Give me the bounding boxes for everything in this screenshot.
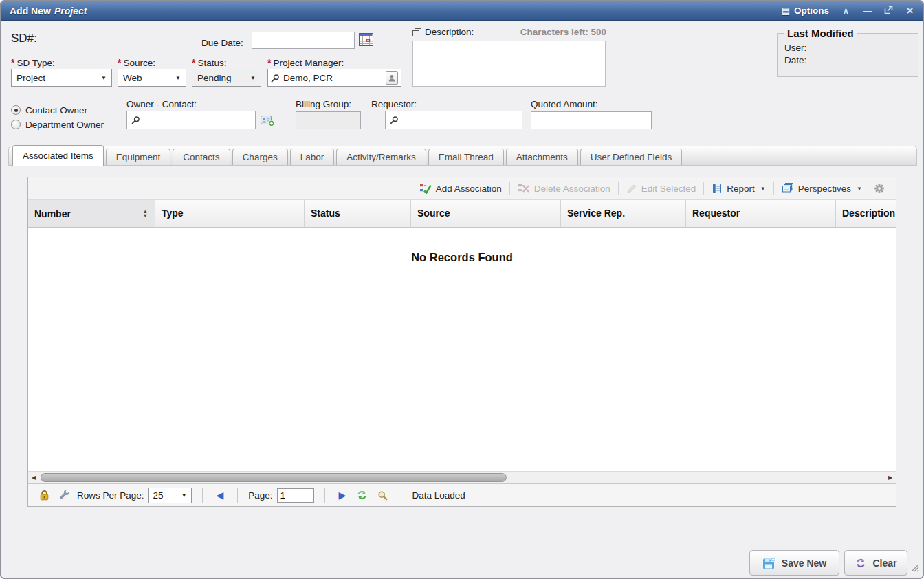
perspectives-button[interactable]: Perspectives ▼ <box>776 183 868 194</box>
grid-body: No Records Found <box>28 228 896 471</box>
department-owner-label: Department Owner <box>25 120 104 130</box>
save-icon <box>762 556 776 570</box>
sd-type-label: *SD Type: <box>11 57 55 68</box>
lock-icon[interactable] <box>39 490 50 501</box>
status-select[interactable]: Pending▼ <box>192 69 261 87</box>
report-icon <box>712 183 723 194</box>
clear-button[interactable]: Clear <box>844 550 908 576</box>
billing-group-label: Billing Group: <box>296 99 351 109</box>
scroll-right-icon[interactable]: ▶ <box>885 474 896 481</box>
column-header-number[interactable]: Number ▲▼ <box>28 200 155 227</box>
requestor-value[interactable] <box>402 114 518 126</box>
tab-email-thread[interactable]: Email Thread <box>428 149 504 165</box>
save-new-button[interactable]: Save New <box>749 550 839 576</box>
toolbar-separator <box>618 182 619 195</box>
sort-icon[interactable]: ▲▼ <box>143 210 148 217</box>
options-label: Options <box>794 6 829 16</box>
footer-divider <box>1 545 923 545</box>
pager-separator <box>401 488 402 503</box>
scrollbar-thumb[interactable] <box>41 473 507 482</box>
tab-contacts[interactable]: Contacts <box>173 149 230 165</box>
add-association-button[interactable]: Add Association <box>413 183 508 194</box>
radio-unselected-icon <box>11 120 21 129</box>
page-number-input[interactable] <box>277 488 314 503</box>
column-header-description[interactable]: Description <box>836 200 896 227</box>
pager-status: Data Loaded <box>412 490 465 501</box>
tab-strip: Associated Items Equipment Contacts Char… <box>8 146 917 166</box>
owner-contact-value[interactable] <box>144 114 251 126</box>
collapse-icon[interactable]: ∧ <box>842 7 850 15</box>
column-header-requestor[interactable]: Requestor <box>686 200 836 227</box>
next-page-icon[interactable]: ▶ <box>339 490 346 500</box>
select-manager-icon[interactable] <box>386 71 398 85</box>
scroll-left-icon[interactable]: ◀ <box>28 474 39 481</box>
sd-type-select[interactable]: Project▼ <box>11 69 112 87</box>
gear-icon[interactable] <box>874 183 885 194</box>
options-menu-icon: ▤ <box>782 6 790 16</box>
resize-grip[interactable] <box>910 562 919 575</box>
project-manager-value: Demo, PCR <box>283 73 382 83</box>
chevron-down-icon: ▼ <box>182 492 187 499</box>
project-manager-lookup[interactable]: Demo, PCR <box>267 69 402 87</box>
tab-charges[interactable]: Charges <box>232 149 288 165</box>
horizontal-scrollbar[interactable]: ◀ ▶ <box>28 471 896 483</box>
quoted-amount-label: Quoted Amount: <box>531 99 598 109</box>
chevron-down-icon: ▼ <box>101 75 107 81</box>
tab-equipment[interactable]: Equipment <box>106 149 171 165</box>
column-header-status[interactable]: Status <box>305 200 411 227</box>
minimize-icon[interactable]: — <box>863 7 872 15</box>
tab-labor[interactable]: Labor <box>290 149 335 165</box>
requestor-lookup[interactable] <box>385 111 522 129</box>
prev-page-icon[interactable]: ◀ <box>217 490 224 500</box>
delete-association-icon <box>518 183 530 194</box>
description-header: Description: Characters left: 500 <box>412 27 606 37</box>
column-header-service-rep[interactable]: Service Rep. <box>561 200 686 227</box>
column-header-source[interactable]: Source <box>411 200 561 227</box>
rows-per-page-value: 25 <box>153 490 164 501</box>
page-label: Page: <box>248 490 272 501</box>
toolbar-separator <box>773 182 774 195</box>
close-icon[interactable]: × <box>905 5 914 17</box>
wrench-icon[interactable] <box>59 490 70 501</box>
search-records-icon[interactable] <box>377 490 388 501</box>
scrollbar-track[interactable] <box>39 473 885 482</box>
tab-activity-remarks[interactable]: Activity/Remarks <box>336 149 426 165</box>
tab-associated-items[interactable]: Associated Items <box>12 145 104 166</box>
pager-separator <box>202 488 203 503</box>
dialog-title: Add NewProject <box>10 6 87 17</box>
quoted-amount-input[interactable] <box>531 111 652 129</box>
add-contact-icon[interactable] <box>261 113 275 127</box>
contact-owner-label: Contact Owner <box>25 105 87 116</box>
calendar-icon[interactable] <box>358 32 373 47</box>
search-icon <box>390 116 399 124</box>
owner-contact-lookup[interactable] <box>126 111 256 129</box>
description-textarea[interactable] <box>412 41 606 87</box>
column-header-type[interactable]: Type <box>155 200 305 227</box>
report-button[interactable]: Report ▼ <box>705 183 771 194</box>
titlebar: Add NewProject ▤ Options ∧ — × <box>1 1 923 21</box>
description-popout-icon[interactable] <box>412 28 421 36</box>
source-select[interactable]: Web▼ <box>118 69 186 87</box>
refresh-icon[interactable] <box>356 490 368 501</box>
dialog-title-text: Add New <box>10 6 51 17</box>
chevron-down-icon: ▼ <box>250 75 256 81</box>
options-button[interactable]: ▤ Options <box>782 6 829 16</box>
description-label-group: Description: <box>412 27 474 37</box>
clear-icon <box>855 558 867 569</box>
contact-owner-radio[interactable]: Contact Owner <box>11 105 87 116</box>
pager-separator <box>237 488 238 503</box>
due-date-input[interactable] <box>252 32 355 49</box>
department-owner-radio[interactable]: Department Owner <box>11 119 104 130</box>
required-marker: * <box>118 57 121 68</box>
popout-icon[interactable] <box>884 6 893 17</box>
sd-number-label: SD#: <box>11 32 37 45</box>
tab-user-defined-fields[interactable]: User Defined Fields <box>580 149 683 165</box>
owner-contact-label: Owner - Contact: <box>126 99 197 109</box>
rows-per-page-select[interactable]: 25 ▼ <box>148 488 192 503</box>
perspectives-icon <box>782 183 794 194</box>
search-icon <box>131 116 140 124</box>
pager-separator <box>324 488 325 503</box>
required-marker: * <box>192 57 195 68</box>
tab-attachments[interactable]: Attachments <box>506 149 578 165</box>
source-label: *Source: <box>118 57 155 68</box>
